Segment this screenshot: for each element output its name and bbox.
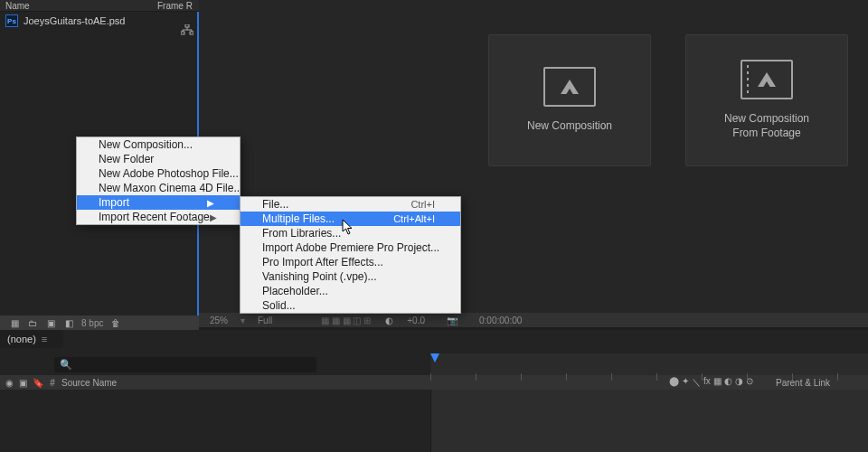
menu-item-label: Import Adobe Premiere Pro Project... [262, 241, 439, 254]
menu-item-label: Placeholder... [262, 285, 328, 297]
timeline-tracks-area[interactable] [430, 390, 868, 452]
new-composition-label: New Composition [527, 119, 612, 134]
submenu-item-file[interactable]: File...Ctrl+I [241, 197, 460, 212]
context-menu: New Composition...New FolderNew Adobe Ph… [76, 137, 241, 225]
submenu-item-pro-import-after-effects[interactable]: Pro Import After Effects... [241, 255, 460, 269]
lock-column-icon[interactable]: ▣ [19, 377, 27, 388]
menu-item-label: New Maxon Cinema 4D File... [99, 182, 242, 194]
new-composition-button[interactable]: New Composition [488, 34, 651, 166]
new-composition-from-footage-icon [741, 60, 793, 99]
timeline-tab-label: (none) [7, 334, 36, 344]
menu-item-label: New Composition... [99, 138, 193, 151]
ruler-ticks [430, 373, 868, 381]
menu-item-label: Vanishing Point (.vpe)... [262, 270, 377, 283]
menu-item-new-adobe-photoshop-file[interactable]: New Adobe Photoshop File... [77, 166, 240, 181]
svg-rect-2 [190, 32, 193, 34]
submenu-item-placeholder[interactable]: Placeholder... [241, 284, 460, 298]
new-composition-icon [543, 67, 596, 107]
menu-item-label: From Libraries... [262, 227, 341, 240]
menu-item-label: New Folder [99, 153, 154, 165]
svg-rect-0 [185, 24, 189, 27]
project-item-psd[interactable]: Ps JoeysGuitars-toAE.psd [0, 12, 197, 30]
timeline-ruler[interactable] [430, 353, 868, 375]
flowchart-icon[interactable] [181, 24, 193, 37]
menu-item-label: New Adobe Photoshop File... [99, 167, 239, 180]
visibility-column-icon[interactable]: ◉ [5, 377, 14, 388]
column-framerate[interactable]: Frame R [157, 1, 199, 11]
project-item-label: JoeysGuitars-toAE.psd [24, 15, 126, 26]
submenu-item-multiple-files[interactable]: Multiple Files...Ctrl+Alt+I [241, 212, 460, 226]
menu-item-new-composition[interactable]: New Composition... [77, 137, 240, 152]
search-field[interactable] [78, 358, 316, 372]
new-composition-from-footage-button[interactable]: New CompositionFrom Footage [685, 34, 848, 166]
menu-shortcut: Ctrl+Alt+I [393, 213, 435, 224]
timeline-search-input[interactable]: 🔍 [54, 357, 316, 372]
menu-item-import-recent-footage[interactable]: Import Recent Footage▶ [77, 210, 240, 224]
snapshot-icon[interactable]: 📷 [447, 315, 458, 325]
timeline-panel: (none) ≡ 🔍 ◉ ▣ 🔖 # Source Name ⬤✦＼fx▦◐◑⊙… [0, 330, 868, 452]
submenu-item-from-libraries[interactable]: From Libraries... [241, 226, 460, 240]
menu-item-label: Pro Import After Effects... [262, 256, 383, 268]
resolution-dropdown[interactable]: Full [258, 315, 272, 325]
context-submenu-import: File...Ctrl+IMultiple Files...Ctrl+Alt+I… [240, 196, 461, 314]
column-name[interactable]: Name [5, 1, 157, 11]
submenu-item-solid[interactable]: Solid... [241, 298, 460, 313]
menu-item-label: Import [99, 196, 129, 209]
viewer-controls: 25% ▾ Full ▦ ▦ ▦ ◫ ⊞ ◐ +0.0 📷 0:00:00:00 [199, 313, 868, 327]
photoshop-file-icon: Ps [5, 14, 18, 27]
menu-item-new-folder[interactable]: New Folder [77, 152, 240, 166]
submenu-item-vanishing-point-vpe[interactable]: Vanishing Point (.vpe)... [241, 269, 460, 284]
bpc-label[interactable]: 8 bpc [81, 318, 103, 328]
label-column-icon[interactable]: 🔖 [33, 377, 43, 388]
menu-item-label: File... [262, 198, 288, 211]
project-toolbar: ▦ 🗀 ▣ ◧ 8 bpc 🗑 [0, 315, 199, 330]
submenu-arrow-icon: ▶ [207, 198, 214, 208]
exposure-icon[interactable]: ◐ [383, 315, 394, 325]
index-column-icon[interactable]: # [49, 377, 56, 388]
menu-item-import[interactable]: Import▶ [77, 195, 240, 210]
menu-shortcut: Ctrl+I [410, 199, 435, 210]
new-adjustment-icon[interactable]: ◧ [63, 317, 74, 328]
timecode-readout[interactable]: 0:00:00:00 [479, 315, 522, 325]
timeline-tab-none[interactable]: (none) ≡ [0, 330, 63, 348]
menu-item-label: Solid... [262, 299, 296, 312]
panel-menu-icon[interactable]: ≡ [42, 334, 47, 344]
menu-item-new-maxon-cinema-4d-file[interactable]: New Maxon Cinema 4D File... [77, 181, 240, 195]
menu-item-label: Multiple Files... [262, 212, 335, 225]
new-comp-icon[interactable]: ▣ [45, 317, 56, 328]
project-panel-header: Name Frame R [0, 0, 199, 12]
playhead-icon[interactable] [430, 353, 439, 363]
trash-icon[interactable]: 🗑 [110, 317, 121, 328]
zoom-dropdown[interactable]: 25% [210, 315, 228, 325]
new-folder-icon[interactable]: 🗀 [27, 317, 38, 328]
interpret-footage-icon[interactable]: ▦ [9, 317, 20, 328]
exposure-value[interactable]: +0.0 [407, 315, 425, 325]
new-composition-from-footage-label: New CompositionFrom Footage [724, 112, 809, 140]
submenu-item-import-adobe-premiere-pro-project[interactable]: Import Adobe Premiere Pro Project... [241, 240, 460, 255]
search-icon: 🔍 [60, 359, 72, 371]
submenu-arrow-icon: ▶ [210, 212, 217, 222]
menu-item-label: Import Recent Footage [99, 211, 210, 223]
svg-rect-1 [181, 32, 184, 34]
